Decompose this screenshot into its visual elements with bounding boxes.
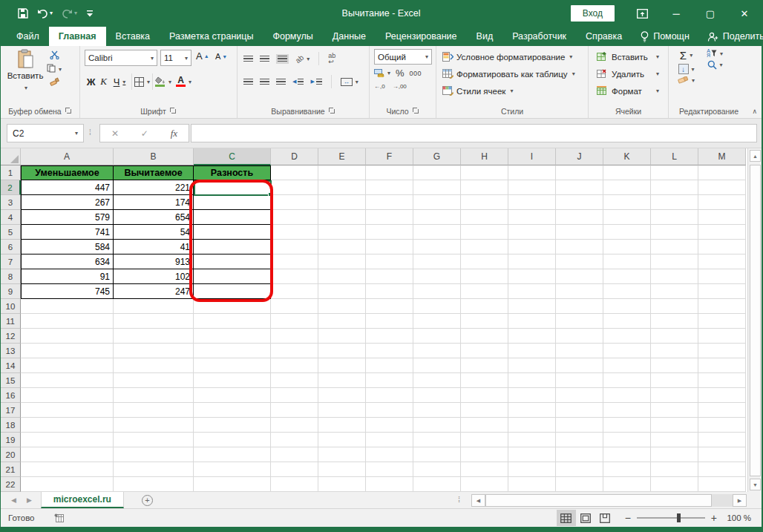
cell-A15[interactable] bbox=[21, 373, 114, 388]
select-all-corner[interactable] bbox=[1, 148, 21, 165]
cell-K1[interactable] bbox=[603, 165, 651, 180]
format-painter-button[interactable] bbox=[47, 77, 62, 86]
dialog-launcher-icon[interactable] bbox=[170, 108, 177, 114]
cell-L9[interactable] bbox=[651, 284, 698, 299]
cell-I5[interactable] bbox=[508, 225, 556, 240]
ribbon-display-options-button[interactable] bbox=[625, 0, 659, 27]
cell-A9[interactable]: 745 bbox=[21, 284, 114, 299]
cell-I12[interactable] bbox=[508, 329, 556, 344]
bold-button[interactable]: Ж bbox=[85, 76, 97, 88]
underline-button[interactable]: Ч bbox=[110, 76, 129, 88]
cell-F19[interactable] bbox=[366, 433, 413, 447]
cell-C22[interactable] bbox=[194, 477, 271, 492]
dropdown-caret-icon[interactable]: ▾ bbox=[421, 53, 428, 60]
cell-H22[interactable] bbox=[461, 477, 508, 492]
row-header-10[interactable]: 10 bbox=[1, 299, 21, 314]
cell-B21[interactable] bbox=[114, 462, 194, 477]
tab-главная[interactable]: Главная bbox=[49, 27, 106, 46]
column-header-G[interactable]: G bbox=[413, 148, 461, 165]
cell-styles-button[interactable]: Стили ячеек bbox=[442, 82, 588, 99]
cell-M2[interactable] bbox=[698, 180, 746, 195]
column-header-L[interactable]: L bbox=[651, 148, 698, 165]
cell-G2[interactable] bbox=[413, 180, 461, 195]
cell-G7[interactable] bbox=[413, 254, 461, 269]
cell-F10[interactable] bbox=[366, 299, 413, 314]
column-header-I[interactable]: I bbox=[508, 148, 556, 165]
tab-вид[interactable]: Вид bbox=[467, 27, 503, 46]
cell-K19[interactable] bbox=[603, 433, 651, 447]
find-select-button[interactable] bbox=[707, 60, 723, 70]
cell-A20[interactable] bbox=[21, 447, 114, 462]
tab-справка[interactable]: Справка bbox=[576, 27, 632, 46]
cell-L20[interactable] bbox=[651, 447, 698, 462]
align-center-button[interactable] bbox=[260, 79, 269, 85]
row-header-1[interactable]: 1 bbox=[1, 165, 21, 180]
cell-M15[interactable] bbox=[698, 373, 746, 388]
cell-E18[interactable] bbox=[318, 418, 366, 433]
wrap-text-button[interactable]: ab↩ bbox=[328, 53, 335, 65]
tell-me-button[interactable]: Помощн bbox=[632, 27, 698, 46]
cell-K8[interactable] bbox=[603, 269, 651, 284]
cell-L16[interactable] bbox=[651, 388, 698, 403]
cell-E16[interactable] bbox=[318, 388, 366, 403]
cell-D16[interactable] bbox=[271, 388, 318, 403]
cell-M12[interactable] bbox=[698, 329, 746, 344]
cell-E11[interactable] bbox=[318, 314, 366, 329]
cell-D11[interactable] bbox=[271, 314, 318, 329]
cell-E14[interactable] bbox=[318, 358, 366, 373]
cell-F11[interactable] bbox=[366, 314, 413, 329]
cell-H13[interactable] bbox=[461, 344, 508, 358]
cell-H4[interactable] bbox=[461, 210, 508, 225]
cell-L5[interactable] bbox=[651, 225, 698, 240]
zoom-level[interactable]: 100 % bbox=[723, 513, 751, 522]
cell-H7[interactable] bbox=[461, 254, 508, 269]
cell-H1[interactable] bbox=[461, 165, 508, 180]
cell-H5[interactable] bbox=[461, 225, 508, 240]
cell-I22[interactable] bbox=[508, 477, 556, 492]
cell-K17[interactable] bbox=[603, 403, 651, 418]
cell-F17[interactable] bbox=[366, 403, 413, 418]
cell-B7[interactable]: 913 bbox=[114, 254, 194, 269]
cell-L6[interactable] bbox=[651, 240, 698, 254]
cell-E3[interactable] bbox=[318, 195, 366, 210]
cell-D3[interactable] bbox=[271, 195, 318, 210]
cell-I15[interactable] bbox=[508, 373, 556, 388]
align-top-button[interactable] bbox=[243, 56, 253, 62]
maximize-button[interactable]: ▢ bbox=[693, 0, 727, 27]
formula-bar-splitter[interactable]: ⁞ bbox=[89, 128, 91, 137]
cell-E21[interactable] bbox=[318, 462, 366, 477]
cell-K14[interactable] bbox=[603, 358, 651, 373]
scroll-up-button[interactable]: ▲ bbox=[750, 150, 761, 162]
cell-I11[interactable] bbox=[508, 314, 556, 329]
scroll-left-button[interactable]: ◀ bbox=[471, 494, 485, 507]
sheet-tab-microexcel[interactable]: microexcel.ru bbox=[41, 492, 124, 508]
cell-C16[interactable] bbox=[194, 388, 271, 403]
cell-B2[interactable]: 221 bbox=[114, 180, 194, 195]
dropdown-caret-icon[interactable]: ▾ bbox=[146, 55, 154, 62]
row-header-16[interactable]: 16 bbox=[1, 388, 21, 403]
cell-H20[interactable] bbox=[461, 447, 508, 462]
shrink-font-button[interactable]: А▼ bbox=[215, 52, 227, 61]
cell-I20[interactable] bbox=[508, 447, 556, 462]
cell-A18[interactable] bbox=[21, 418, 114, 433]
autosum-button[interactable]: Σ bbox=[678, 49, 695, 62]
cell-H14[interactable] bbox=[461, 358, 508, 373]
cell-I18[interactable] bbox=[508, 418, 556, 433]
cell-K16[interactable] bbox=[603, 388, 651, 403]
cell-E1[interactable] bbox=[318, 165, 366, 180]
cell-L8[interactable] bbox=[651, 269, 698, 284]
cell-I16[interactable] bbox=[508, 388, 556, 403]
cell-G5[interactable] bbox=[413, 225, 461, 240]
cell-D17[interactable] bbox=[271, 403, 318, 418]
cell-A8[interactable]: 91 bbox=[21, 269, 114, 284]
cell-M5[interactable] bbox=[698, 225, 746, 240]
align-bottom-button[interactable] bbox=[276, 54, 289, 64]
row-header-2[interactable]: 2 bbox=[1, 180, 21, 195]
cell-H18[interactable] bbox=[461, 418, 508, 433]
cell-J20[interactable] bbox=[556, 447, 603, 462]
cell-F20[interactable] bbox=[366, 447, 413, 462]
cell-I2[interactable] bbox=[508, 180, 556, 195]
cell-I1[interactable] bbox=[508, 165, 556, 180]
cell-B9[interactable]: 247 bbox=[114, 284, 194, 299]
cell-I19[interactable] bbox=[508, 433, 556, 447]
